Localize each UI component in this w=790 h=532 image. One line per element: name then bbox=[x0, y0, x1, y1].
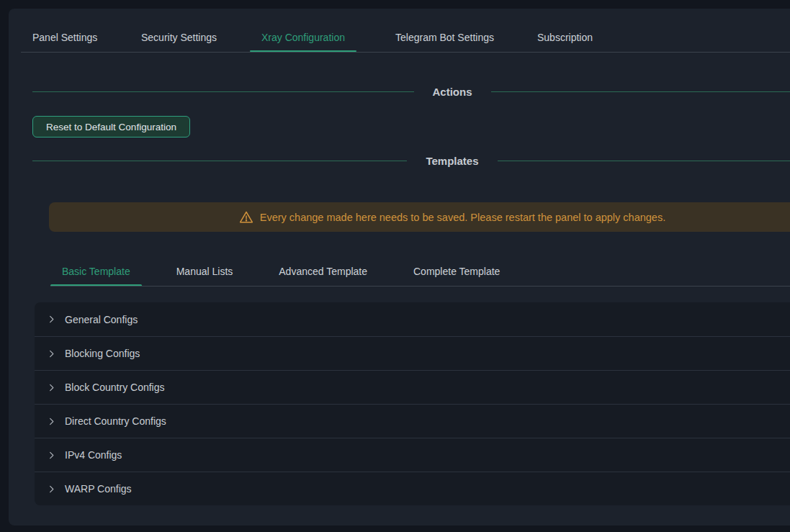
divider-line bbox=[498, 161, 790, 161]
accordion-row-general-configs[interactable]: General Configs bbox=[35, 302, 790, 336]
reset-to-default-button[interactable]: Reset to Default Configuration bbox=[32, 116, 190, 137]
warning-triangle-icon bbox=[239, 210, 253, 225]
accordion-row-label: WARP Configs bbox=[65, 483, 132, 495]
divider-line bbox=[491, 91, 790, 92]
accordion-row-block-country-configs[interactable]: Block Country Configs bbox=[35, 370, 790, 404]
accordion-row-label: Block Country Configs bbox=[65, 382, 165, 393]
tab-complete-template[interactable]: Complete Template bbox=[402, 257, 511, 287]
accordion-row-blocking-configs[interactable]: Blocking Configs bbox=[35, 336, 790, 370]
main-tab-bar-underline bbox=[21, 52, 790, 53]
warning-banner-text: Every change made here needs to be saved… bbox=[260, 212, 665, 223]
restart-warning-banner: Every change made here needs to be saved… bbox=[49, 202, 790, 232]
template-tab-bar-underline bbox=[50, 286, 790, 287]
chevron-right-icon bbox=[48, 451, 56, 459]
accordion-row-warp-configs[interactable]: WARP Configs bbox=[35, 472, 790, 505]
tab-subscription[interactable]: Subscription bbox=[537, 24, 593, 52]
chevron-right-icon bbox=[48, 418, 56, 425]
chevron-right-icon bbox=[48, 485, 56, 493]
accordion-row-label: IPv4 Configs bbox=[65, 449, 122, 461]
accordion-row-label: Direct Country Configs bbox=[65, 415, 166, 427]
actions-section-title: Actions bbox=[433, 86, 472, 98]
accordion-row-direct-country-configs[interactable]: Direct Country Configs bbox=[35, 404, 790, 438]
templates-section-divider: Templates bbox=[32, 152, 790, 169]
chevron-right-icon bbox=[48, 315, 56, 323]
tab-advanced-template[interactable]: Advanced Template bbox=[267, 257, 379, 287]
accordion-row-ipv4-configs[interactable]: IPv4 Configs bbox=[35, 438, 790, 472]
configs-accordion: General Configs Blocking Configs Block C… bbox=[35, 302, 790, 505]
main-tab-bar: Panel Settings Security Settings Xray Co… bbox=[9, 24, 790, 52]
templates-section-title: Templates bbox=[426, 155, 478, 167]
divider-line bbox=[32, 91, 414, 92]
settings-card: Panel Settings Security Settings Xray Co… bbox=[9, 9, 790, 526]
tab-telegram-bot-settings[interactable]: Telegram Bot Settings bbox=[395, 24, 494, 52]
tab-manual-lists[interactable]: Manual Lists bbox=[165, 257, 245, 287]
accordion-row-label: Blocking Configs bbox=[65, 348, 140, 359]
tab-security-settings[interactable]: Security Settings bbox=[141, 24, 217, 52]
actions-section-divider: Actions bbox=[32, 83, 790, 100]
chevron-right-icon bbox=[48, 384, 56, 392]
divider-line bbox=[32, 161, 407, 161]
tab-xray-configuration[interactable]: Xray Configuration bbox=[250, 24, 356, 52]
tab-basic-template[interactable]: Basic Template bbox=[50, 257, 142, 287]
accordion-row-label: General Configs bbox=[65, 314, 138, 325]
template-tab-bar: Basic Template Manual Lists Advanced Tem… bbox=[50, 257, 534, 287]
tab-panel-settings[interactable]: Panel Settings bbox=[32, 24, 97, 52]
chevron-right-icon bbox=[48, 350, 56, 358]
